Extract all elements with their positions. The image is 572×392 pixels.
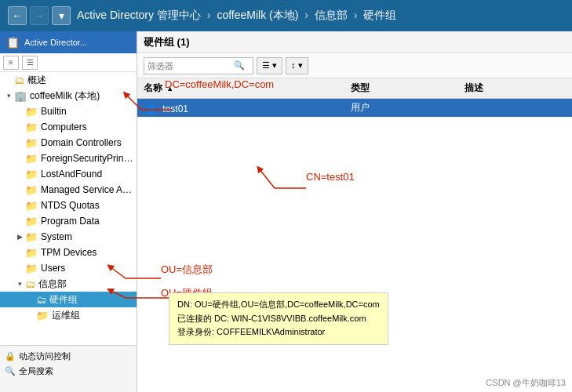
search-input[interactable]	[148, 61, 234, 71]
folder-icon-domainctrl: 📁	[25, 137, 38, 149]
sidebar-item-users[interactable]: 📁 Users	[0, 260, 137, 276]
cell-name: 👤 test01	[137, 99, 344, 118]
sidebar-toolbar-btn1[interactable]: ≡	[3, 56, 19, 70]
folder-icon-xinxibu: 🗂	[25, 278, 35, 290]
sidebar-item-computers[interactable]: 📁 Computers	[0, 119, 137, 135]
dynamic-access-icon: 🔒	[5, 351, 16, 361]
table-body: 👤 test01 用户	[137, 99, 572, 118]
sidebar-item-dynamic-access[interactable]: 🔒 动态访问控制	[3, 349, 133, 364]
sidebar-header-label: Active Director...	[24, 38, 87, 47]
sidebar-item-foreign[interactable]: 📁 ForeignSecurityPrincipal...	[0, 151, 137, 166]
sidebar-item-coffeemilk[interactable]: ▾ 🏢 coffeeMilk (本地)	[0, 88, 137, 103]
tooltip-box: DN: OU=硬件组,OU=信息部,DC=coffeeMilk,DC=com 已…	[169, 292, 388, 345]
expand-foreign	[14, 153, 25, 164]
label-coffeemilk: coffeeMilk (本地)	[30, 89, 100, 103]
cell-desc	[458, 99, 572, 118]
back-button[interactable]: ←	[8, 6, 27, 25]
sidebar: 📋 Active Director... ≡ ☰ 🗂 概述 ▾ 🏢 cof	[0, 31, 137, 392]
expand-yingjianzu	[25, 294, 36, 305]
sidebar-item-xinxibu[interactable]: ▾ 🗂 信息部	[0, 276, 137, 292]
content-header-label: 硬件组 (1)	[144, 35, 190, 49]
folder-icon-tpm: 📁	[25, 247, 38, 259]
sidebar-item-domainctrl[interactable]: 📁 Domain Controllers	[0, 135, 137, 151]
nav-buttons: ← → ▾	[8, 6, 71, 25]
sidebar-item-gaishu[interactable]: 🗂 概述	[0, 72, 137, 88]
expand-computers	[14, 122, 25, 132]
sidebar-item-managed[interactable]: 📁 Managed Service Acco...	[0, 182, 137, 198]
expand-users	[14, 263, 25, 274]
view-button[interactable]: ☰ ▾	[257, 57, 282, 74]
label-gaishu: 概述	[27, 74, 46, 87]
label-foreign: ForeignSecurityPrincipal...	[41, 153, 133, 164]
sidebar-item-system[interactable]: ▶ 📁 System	[0, 229, 137, 245]
content-toolbar: 🔍 ☰ ▾ ↕ ▾	[137, 53, 572, 78]
search-icon: 🔍	[234, 60, 245, 71]
content-header: 硬件组 (1)	[137, 31, 572, 53]
sidebar-header-icon: 📋	[6, 36, 20, 49]
expand-gaishu	[3, 74, 14, 85]
label-yunweiwei: 运维组	[52, 309, 80, 322]
dynamic-access-label: 动态访问控制	[19, 350, 71, 362]
content-table: 名称 ▲ 类型 描述 👤 test01	[137, 78, 572, 392]
forward-button[interactable]: →	[30, 6, 49, 25]
folder-icon-lostandfound: 📁	[25, 169, 38, 180]
main-table: 名称 ▲ 类型 描述 👤 test01	[137, 78, 572, 118]
label-yingjianzu: 硬件组	[49, 293, 78, 307]
sidebar-item-yingjianzu[interactable]: 🗂 硬件组	[0, 292, 137, 307]
breadcrumb-3[interactable]: 硬件组	[363, 9, 396, 21]
search-box[interactable]: 🔍	[144, 57, 253, 74]
col-type[interactable]: 类型	[344, 78, 458, 99]
sidebar-item-yunweiwei[interactable]: 📁 运维组	[0, 307, 137, 323]
expand-coffeemilk: ▾	[3, 90, 14, 101]
expand-tpm	[14, 247, 25, 258]
dropdown-button[interactable]: ▾	[52, 6, 71, 25]
sidebar-item-programdata[interactable]: 📁 Program Data	[0, 213, 137, 229]
expand-yunweiwei	[25, 310, 36, 321]
label-domainctrl: Domain Controllers	[41, 137, 122, 148]
label-tpm: TPM Devices	[41, 247, 97, 258]
folder-icon-yunweiwei: 📁	[36, 310, 49, 321]
title-text: Active Directory 管理中心 › coffeeMilk (本地) …	[77, 9, 564, 23]
col-desc[interactable]: 描述	[458, 78, 572, 99]
tooltip-line3: 登录身份: COFFEEMILK\Administrator	[177, 325, 380, 339]
table-row[interactable]: 👤 test01 用户	[137, 99, 572, 118]
sidebar-item-tpm[interactable]: 📁 TPM Devices	[0, 245, 137, 260]
col-name[interactable]: 名称 ▲	[137, 78, 344, 99]
expand-ntds	[14, 200, 25, 211]
label-ntds: NTDS Quotas	[41, 200, 100, 211]
sidebar-item-global-search[interactable]: 🔍 全局搜索	[3, 364, 133, 379]
folder-icon-foreign: 📁	[25, 153, 38, 165]
label-computers: Computers	[41, 122, 87, 132]
title-bar: ← → ▾ Active Directory 管理中心 › coffeeMilk…	[0, 0, 572, 31]
label-users: Users	[41, 263, 65, 274]
sidebar-item-builtin[interactable]: 📁 Builtin	[0, 103, 137, 119]
expand-lostandfound	[14, 169, 25, 180]
expand-programdata	[14, 216, 25, 227]
folder-icon-coffeemilk: 🏢	[14, 90, 27, 102]
sort-button[interactable]: ↕ ▾	[286, 57, 308, 74]
folder-icon-ntds: 📁	[25, 200, 38, 212]
app-title: Active Directory 管理中心	[77, 9, 201, 21]
expand-builtin	[14, 106, 25, 117]
sidebar-toolbar: ≡ ☰	[0, 53, 137, 72]
expand-managed	[14, 184, 25, 195]
global-search-label: 全局搜索	[19, 365, 53, 377]
folder-icon-computers: 📁	[25, 122, 38, 133]
label-builtin: Builtin	[41, 106, 67, 117]
folder-icon-yingjianzu: 🗂	[36, 294, 46, 306]
expand-xinxibu: ▾	[14, 278, 25, 289]
sidebar-bottom: 🔒 动态访问控制 🔍 全局搜索	[0, 345, 137, 392]
sidebar-item-lostandfound[interactable]: 📁 LostAndFound	[0, 166, 137, 182]
folder-icon-users: 📁	[25, 263, 38, 274]
cell-type: 用户	[344, 99, 458, 118]
breadcrumb-1[interactable]: coffeeMilk (本地)	[217, 9, 298, 21]
tooltip-line2: 已连接的 DC: WIN-C1VIS8VVIBB.coffeeMilk.com	[177, 312, 380, 326]
tooltip-line1: DN: OU=硬件组,OU=信息部,DC=coffeeMilk,DC=com	[177, 298, 380, 312]
sidebar-item-ntds[interactable]: 📁 NTDS Quotas	[0, 198, 137, 213]
label-system: System	[41, 231, 72, 242]
label-xinxibu: 信息部	[38, 278, 67, 291]
breadcrumb-2[interactable]: 信息部	[315, 9, 348, 21]
sidebar-toolbar-btn2[interactable]: ☰	[22, 56, 38, 70]
folder-icon-builtin: 📁	[25, 106, 38, 118]
folder-icon-programdata: 📁	[25, 216, 38, 227]
